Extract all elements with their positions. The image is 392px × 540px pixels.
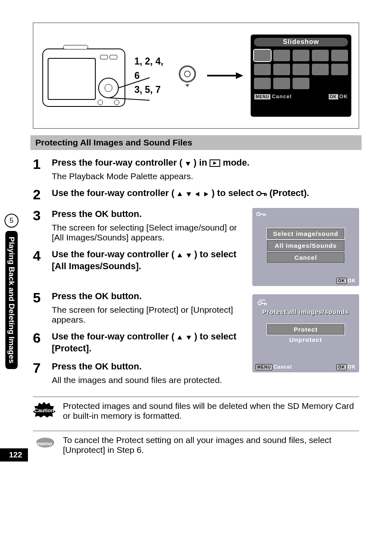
palette-icon [254,78,271,89]
palette-icon [331,50,348,61]
step-2: 2 Use the four-way controller ( ) to sel… [33,187,359,202]
svg-point-11 [180,66,195,82]
step-body: All the images and sound files are prote… [52,375,222,385]
menu-badge: MENU [254,94,271,100]
caution-icon: Caution [33,401,55,425]
palette-icon [293,50,309,61]
lcd-header-text: Protect all images/sounds [255,308,357,315]
svg-rect-4 [110,55,117,59]
svg-rect-2 [63,45,88,49]
step-body: The screen for selecting [Protect] or [U… [52,305,247,325]
step-7: 7 Press the OK button. All the images an… [33,360,247,385]
leader-label-1: 1, 2, 4, 6 [134,54,169,83]
menu-badge: MENU [256,364,272,370]
option-all-images-sounds: All Images/Sounds [267,240,344,251]
svg-marker-22 [204,192,208,196]
svg-marker-18 [213,162,217,165]
lcd-select-screen: Select image/sound All Images/Sounds Can… [252,208,359,286]
step-title: Press the OK button. [52,360,222,373]
down-arrow-icon [186,191,192,197]
option-protect: Protect [267,324,344,335]
ok-badge: OK [337,278,347,284]
svg-marker-15 [236,72,243,79]
playback-mode-icon [210,159,220,167]
lcd-slideshow-screen: Slideshow MENUCancel OKOK [251,35,351,117]
right-arrow-icon [203,191,209,197]
step-4: 4 Use the four-way controller ( ) to sel… [33,248,247,272]
down-arrow-icon [185,161,191,167]
svg-marker-21 [195,192,199,196]
svg-point-7 [98,100,103,105]
step-body: The screen for selecting [Select image/s… [52,223,247,242]
camera-back-illustration [41,43,127,108]
step-3: 3 Press the OK button. The screen for se… [33,208,247,242]
step-title: Use the four-way controller ( ) to selec… [52,187,309,199]
palette-icon [312,64,329,75]
svg-point-27 [257,212,260,216]
leader-label-2: 3, 5, 7 [134,83,169,97]
caution-note: Caution Protected images and sound files… [33,397,359,425]
lcd-ok: OKOK [337,364,356,370]
palette-icon [293,64,309,75]
svg-marker-31 [178,253,182,257]
step-title: Press the four-way controller ( ) in mod… [52,157,249,169]
step-number: 6 [33,330,42,346]
lcd-ok: OKOK [328,93,348,99]
svg-point-6 [105,84,112,92]
protect-key-icon [256,190,267,197]
step-6: 6 Use the four-way controller ( ) to sel… [33,330,247,355]
svg-line-10 [108,98,150,100]
svg-marker-13 [185,84,189,87]
svg-point-12 [184,71,190,77]
svg-point-5 [99,78,118,98]
svg-marker-20 [187,192,191,196]
step-number: 5 [33,290,42,305]
chapter-label: Playing Back and Deleting Images [5,231,18,369]
palette-icon [273,78,290,89]
step-title: Press the OK button. [52,208,247,220]
palette-grid [254,50,348,89]
svg-marker-16 [186,162,190,166]
step-number: 2 [33,187,42,202]
svg-marker-19 [178,192,182,196]
option-cancel: Cancel [267,252,344,263]
step-number: 4 [33,248,42,263]
step-number: 7 [33,360,42,376]
option-unprotect: Unprotect [255,336,357,343]
step-title: Use the four-way controller ( ) to selec… [52,248,247,272]
ok-badge: OK [328,94,339,100]
lcd-protect-screen: Protect all images/sounds Protect Unprot… [252,294,359,372]
protect-all-icon [256,298,267,307]
lcd-cancel: MENUCancel [254,93,292,99]
svg-rect-1 [48,58,95,99]
palette-icon [293,78,309,89]
step-title: Press the OK button. [52,290,247,302]
palette-icon [273,64,290,75]
step-title: Use the four-way controller ( ) to selec… [52,330,247,355]
chapter-number-badge: 5 [5,214,18,228]
step-body: The Playback Mode Palette appears. [52,171,249,181]
step-number: 1 [33,157,42,172]
caution-text: Protected images and sound files will be… [63,401,359,421]
svg-point-23 [257,192,261,196]
option-select-image-sound: Select image/sound [267,228,344,239]
up-arrow-icon [177,191,183,197]
memo-text: To cancel the Protect setting on all you… [63,435,359,455]
svg-point-33 [258,302,261,305]
down-arrow-icon [186,335,192,341]
down-arrow-icon [186,252,192,258]
palette-icon [254,50,271,61]
svg-rect-3 [100,55,108,59]
palette-icon [273,50,290,61]
page-number: 122 [0,448,28,462]
step-5: 5 Press the OK button. The screen for se… [33,290,247,325]
svg-marker-32 [187,254,191,258]
step-number: 3 [33,208,42,223]
up-arrow-icon [177,252,183,258]
section-heading: Protecting All Images and Sound Files [30,135,362,150]
chapter-side-tab: 5 Playing Back and Deleting Images [3,214,20,415]
svg-marker-38 [187,336,191,340]
dpad-icon [176,65,199,87]
ok-badge: OK [337,364,347,370]
protect-key-icon [256,211,266,217]
